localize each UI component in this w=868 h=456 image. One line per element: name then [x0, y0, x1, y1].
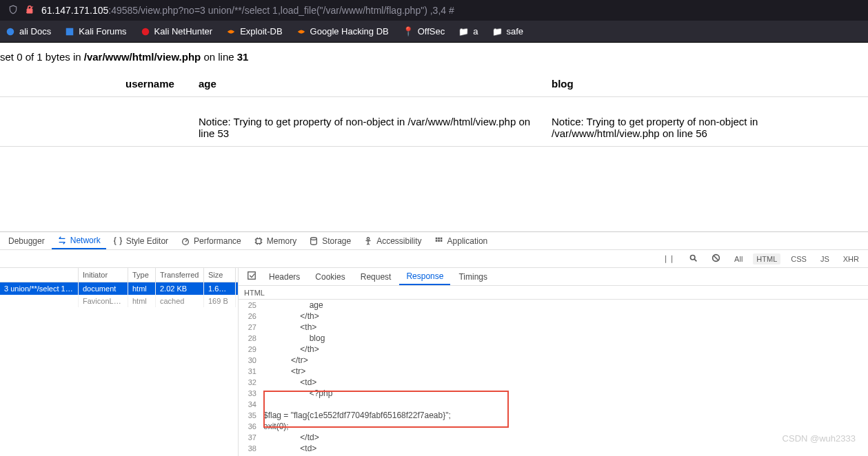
code-line: 25 age	[239, 300, 868, 311]
network-row[interactable]: FaviconLoa… html cached 169 B	[0, 295, 238, 307]
cell-blog: Notice: Trying to get property of non-ob…	[543, 97, 868, 147]
url-bar-area: 61.147.171.105:49585/view.php?no=3 union…	[0, 0, 868, 21]
person-icon	[363, 236, 373, 246]
tab-network[interactable]: Network	[52, 233, 106, 249]
bookmark-offsec[interactable]: 📍OffSec	[403, 26, 445, 37]
svg-rect-13	[440, 240, 442, 242]
tab-debugger[interactable]: Debugger	[3, 234, 50, 249]
rp-tab-response[interactable]: Response	[399, 269, 450, 285]
search-button[interactable]	[685, 252, 701, 265]
col-username: username	[0, 71, 190, 97]
nt-header-transferred[interactable]: Transferred	[156, 268, 204, 282]
braces-icon	[113, 236, 123, 246]
folder-icon	[458, 26, 469, 37]
tab-accessibility[interactable]: Accessibility	[358, 234, 427, 249]
code-line: 34	[239, 399, 868, 410]
filter-html[interactable]: HTML	[753, 253, 780, 265]
rp-tab-request[interactable]: Request	[354, 269, 398, 284]
network-table: Initiator Type Transferred Size 3 union/…	[0, 268, 239, 456]
url-host: 61.147.171.105	[41, 5, 108, 16]
devtools-tabs: Debugger Network Style Editor Performanc…	[0, 232, 868, 250]
col-blog: blog	[543, 71, 868, 97]
bookmark-google-hacking-db[interactable]: Google Hacking DB	[296, 26, 389, 37]
svg-rect-16	[248, 272, 256, 280]
url-path: :49585/view.php?no=3 union/**/select 1,l…	[108, 5, 454, 16]
svg-rect-12	[438, 240, 440, 242]
svg-rect-10	[440, 237, 442, 239]
code-line: 29 </th>	[239, 344, 868, 355]
chip-icon	[254, 236, 263, 246]
devtools-toolbar: ❘❘ All HTML CSS JS XHR	[0, 250, 868, 268]
svg-rect-8	[435, 237, 437, 239]
gauge-icon	[181, 236, 190, 246]
grid-icon	[434, 236, 444, 246]
database-icon	[309, 236, 319, 246]
code-line: 32 <td>	[239, 377, 868, 388]
tab-performance[interactable]: Performance	[175, 234, 247, 249]
bookmark-kali-nethunter[interactable]: Kali NetHunter	[141, 26, 213, 37]
code-line: 26 </th>	[239, 311, 868, 322]
response-panel: Headers Cookies Request Response Timings…	[239, 268, 868, 456]
network-row[interactable]: 3 union/**/select 1,load_ document html …	[0, 282, 238, 295]
bookmark-kali-docs[interactable]: ali Docs	[6, 26, 51, 37]
code-line: 33 <?php	[239, 388, 868, 399]
devtools-panel: Debugger Network Style Editor Performanc…	[0, 231, 868, 456]
svg-point-14	[691, 255, 696, 260]
response-code[interactable]: 25 age26 </th>27 <th>28 blog29 </th>30 <…	[239, 300, 868, 456]
shield-icon	[8, 5, 18, 17]
code-line: 37 </td>	[239, 432, 868, 443]
url-bar[interactable]: 61.147.171.105:49585/view.php?no=3 union…	[41, 5, 454, 16]
rp-tab-cookies[interactable]: Cookies	[308, 269, 352, 284]
nt-header-name[interactable]	[0, 268, 79, 282]
code-line: 36exit(0);	[239, 421, 868, 432]
nt-header-type[interactable]: Type	[128, 268, 156, 282]
filter-all[interactable]: All	[731, 253, 746, 265]
response-tabs: Headers Cookies Request Response Timings	[239, 268, 868, 286]
code-line: 28 blog	[239, 333, 868, 344]
filter-css[interactable]: CSS	[787, 253, 810, 265]
bookmark-kali-forums[interactable]: Kali Forums	[65, 26, 126, 37]
filter-xhr[interactable]: XHR	[840, 253, 862, 265]
code-line: 35$flag = "flag{c1e552fdf77049fabf65168f…	[239, 410, 868, 421]
data-table: username age blog Notice: Trying to get …	[0, 71, 868, 147]
lock-icon	[25, 5, 34, 17]
code-line: 31 <tr>	[239, 366, 868, 377]
pin-icon: 📍	[403, 26, 414, 37]
nt-header-initiator[interactable]: Initiator	[79, 268, 128, 282]
svg-rect-9	[438, 237, 440, 239]
svg-point-1	[7, 28, 14, 35]
bookmark-exploit-db[interactable]: Exploit-DB	[226, 26, 282, 37]
tab-storage[interactable]: Storage	[303, 234, 356, 249]
page-content: set 0 of 1 bytes in /var/www/html/view.p…	[0, 43, 868, 152]
svg-rect-2	[66, 28, 74, 35]
tab-style-editor[interactable]: Style Editor	[108, 234, 174, 249]
tab-application[interactable]: Application	[429, 234, 494, 249]
svg-point-6	[311, 237, 317, 240]
rp-tab-headers[interactable]: Headers	[262, 269, 307, 284]
svg-point-7	[367, 237, 370, 240]
code-line: 38 <td>	[239, 443, 868, 454]
code-line: 30 </tr>	[239, 355, 868, 366]
devtools-body: Initiator Type Transferred Size 3 union/…	[0, 268, 868, 456]
cell-age: Notice: Trying to get property of non-ob…	[190, 97, 543, 147]
bookmark-folder-safe[interactable]: safe	[492, 26, 524, 37]
response-subbar: HTML	[239, 286, 868, 300]
svg-point-3	[141, 28, 149, 35]
code-line: 27 <th>	[239, 322, 868, 333]
rp-tab-timings[interactable]: Timings	[452, 269, 494, 284]
bookmarks-bar: ali Docs Kali Forums Kali NetHunter Expl…	[0, 21, 868, 43]
nt-header-size[interactable]: Size	[204, 268, 236, 282]
filter-js[interactable]: JS	[817, 253, 833, 265]
raw-toggle-button[interactable]	[243, 268, 261, 285]
svg-rect-5	[256, 238, 261, 243]
folder-icon	[492, 26, 503, 37]
tab-memory[interactable]: Memory	[248, 234, 302, 249]
bookmark-folder-a[interactable]: a	[458, 26, 478, 37]
table-row: Notice: Trying to get property of non-ob…	[0, 97, 868, 147]
table-header-row: username age blog	[0, 71, 868, 97]
network-icon	[57, 236, 67, 245]
cell-username	[0, 97, 190, 147]
svg-rect-11	[435, 240, 437, 242]
pause-button[interactable]: ❘❘	[659, 253, 678, 265]
block-button[interactable]	[708, 252, 724, 265]
